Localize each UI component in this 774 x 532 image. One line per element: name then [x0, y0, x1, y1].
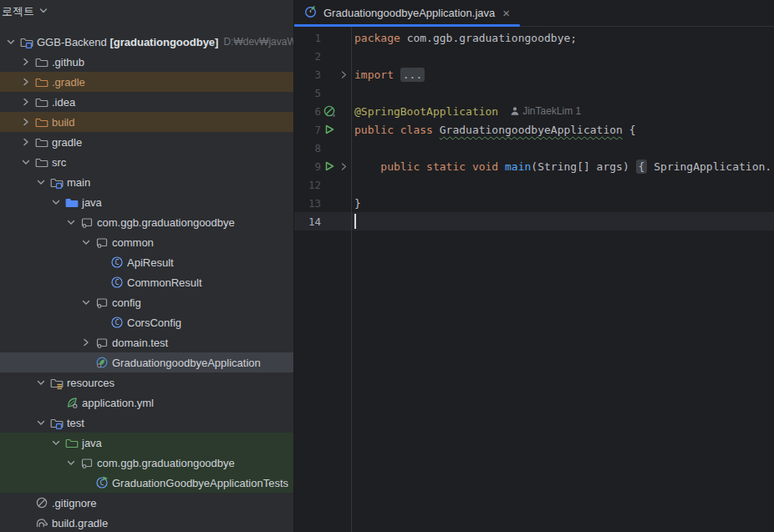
folded-region[interactable]: ... — [400, 68, 425, 82]
tree-item-graduationgoodbyeapplication[interactable]: GraduationgoodbyeApplication — [0, 352, 293, 372]
code-line-13[interactable]: 13} — [294, 194, 774, 212]
tree-item-label: CommonResult — [127, 276, 202, 289]
tree-item-build-gradle[interactable]: build.gradle — [0, 513, 293, 532]
spring-bean-gutter-icon[interactable] — [321, 105, 338, 118]
tree-item-github[interactable]: .github — [0, 52, 293, 72]
ide-window: 로젝트 GGB-Backend [graduationgoodbye]D:₩de… — [0, 0, 774, 532]
run-gutter-icon[interactable] — [321, 160, 338, 172]
folder-excluded-icon — [33, 75, 50, 89]
tree-item-src[interactable]: src — [0, 152, 293, 172]
chevron-down-icon[interactable] — [64, 215, 79, 229]
tree-item-ggb-backend-graduationgoodbye[interactable]: GGB-Backend [graduationgoodbye]D:₩dev₩ja… — [0, 32, 293, 52]
gutter-line-6: 6 — [294, 102, 351, 120]
fold-arrow-icon[interactable] — [338, 70, 349, 79]
code-editor[interactable]: 1package com.ggb.graduationgoodbye;23imp… — [294, 27, 774, 532]
tree-item-label: com.ggb.graduationgoodbye — [97, 457, 235, 469]
line-number: 7 — [294, 124, 321, 136]
code-line-1[interactable]: 1package com.ggb.graduationgoodbye; — [294, 28, 774, 47]
line-number: 6 — [294, 105, 321, 118]
code-token: (String[] args) — [531, 160, 635, 173]
tree-item-apiresult[interactable]: CApiResult — [0, 252, 293, 272]
tree-item-java[interactable]: java — [0, 192, 293, 212]
code-line-6[interactable]: 6@SpringBootApplicationJinTaekLim 1 — [294, 102, 774, 120]
chevron-down-icon[interactable] — [18, 155, 33, 169]
folded-region[interactable]: { — [636, 160, 648, 174]
line-number: 5 — [294, 87, 321, 99]
tree-item-resources[interactable]: resources — [0, 372, 293, 393]
code-line-14[interactable]: 14 — [294, 212, 774, 231]
project-tool-window-title[interactable]: 로젝트 — [2, 4, 34, 19]
tree-item-label: .github — [52, 56, 84, 68]
chevron-right-icon[interactable] — [18, 115, 33, 129]
tree-item-corsconfig[interactable]: CCorsConfig — [0, 312, 293, 332]
editor-tab-title: GraduationgoodbyeApplication.java — [323, 7, 495, 19]
code-line-7[interactable]: 7public class GraduationgoodbyeApplicati… — [294, 120, 774, 139]
chevron-down-icon[interactable] — [64, 456, 79, 469]
tree-item-application-yml[interactable]: application.yml — [0, 393, 293, 413]
line-content: } — [351, 197, 361, 210]
gutter-line-7: 7 — [294, 120, 351, 139]
tree-item-label: .gitignore — [52, 497, 96, 509]
author-inlay-hint[interactable]: JinTaekLim 1 — [510, 105, 581, 117]
chevron-right-icon[interactable] — [18, 95, 33, 109]
tree-item-idea[interactable]: .idea — [0, 92, 293, 112]
tree-item-test[interactable]: test — [0, 413, 293, 433]
code-line-3[interactable]: 3import ... — [294, 65, 774, 84]
tree-item-main[interactable]: main — [0, 172, 293, 192]
author-inlay-text: JinTaekLim 1 — [522, 105, 581, 117]
editor-tab-graduationgoodbyeapplication[interactable]: GraduationgoodbyeApplication.java × — [294, 0, 520, 26]
tree-item-label: build — [52, 116, 74, 129]
code-line-8[interactable]: 8 — [294, 139, 774, 157]
chevron-down-icon[interactable] — [33, 416, 48, 429]
code-line-9[interactable]: 9 public static void main(String[] args)… — [294, 157, 774, 175]
tree-item-label: CorsConfig — [127, 317, 181, 329]
tree-item-com-ggb-graduationgoodbye[interactable]: com.ggb.graduationgoodbye — [0, 453, 293, 473]
gutter-line-14: 14 — [294, 212, 351, 231]
tree-item-commonresult[interactable]: CCommonResult — [0, 272, 293, 292]
tree-item-domain-test[interactable]: domain.test — [0, 332, 293, 352]
chevron-down-icon[interactable] — [3, 35, 18, 48]
chevron-right-icon[interactable] — [79, 336, 94, 349]
tree-item-gitignore[interactable]: .gitignore — [0, 493, 293, 513]
gutter-line-5: 5 — [294, 84, 351, 102]
tree-item-config[interactable]: config — [0, 292, 293, 312]
code-line-2[interactable]: 2 — [294, 47, 774, 65]
line-number: 9 — [294, 160, 321, 173]
code-line-5[interactable]: 5 — [294, 84, 774, 102]
tree-item-label: src — [52, 156, 66, 169]
chevron-down-icon[interactable] — [48, 436, 64, 449]
chevron-down-icon[interactable] — [33, 376, 48, 389]
tree-item-label: java — [82, 437, 102, 449]
package-icon — [94, 336, 110, 349]
code-token: } — [354, 197, 361, 210]
tree-item-gradle[interactable]: .gradle — [0, 72, 293, 92]
tree-arrow-spacer — [79, 356, 94, 369]
chevron-right-icon[interactable] — [18, 135, 33, 149]
chevron-right-icon[interactable] — [18, 75, 33, 89]
tree-item-build[interactable]: build — [0, 112, 293, 132]
tree-item-label: resources — [67, 377, 115, 389]
chevron-down-icon[interactable] — [79, 296, 94, 309]
chevron-down-icon[interactable] — [79, 236, 94, 249]
close-icon[interactable]: × — [501, 7, 512, 19]
line-content: package com.ggb.graduationgoodbye; — [351, 32, 577, 44]
tree-item-com-ggb-graduationgoodbye[interactable]: com.ggb.graduationgoodbye — [0, 212, 293, 232]
chevron-down-icon[interactable] — [33, 175, 48, 189]
tree-item-common[interactable]: common — [0, 232, 293, 252]
fold-arrow-icon[interactable] — [338, 162, 349, 171]
line-content: @SpringBootApplicationJinTaekLim 1 — [351, 105, 581, 118]
chevron-right-icon[interactable] — [18, 55, 33, 68]
tree-item-java[interactable]: java — [0, 433, 293, 453]
code-line-12[interactable]: 12 — [294, 175, 774, 194]
tree-item-graduationgoodbyeapplicationtests[interactable]: CGraduationGoodbyeApplicationTests — [0, 473, 293, 493]
run-gutter-icon[interactable] — [321, 124, 338, 135]
line-number: 3 — [294, 68, 321, 81]
tree-item-gradle[interactable]: gradle — [0, 132, 293, 152]
project-tree: GGB-Backend [graduationgoodbye]D:₩dev₩ja… — [0, 23, 293, 532]
tree-arrow-spacer — [94, 276, 109, 289]
chevron-down-icon[interactable] — [38, 5, 49, 19]
tree-item-label: gradle — [52, 136, 82, 149]
line-content: public static void main(String[] args) {… — [351, 160, 771, 174]
folder-icon — [33, 135, 50, 149]
chevron-down-icon[interactable] — [48, 195, 64, 209]
